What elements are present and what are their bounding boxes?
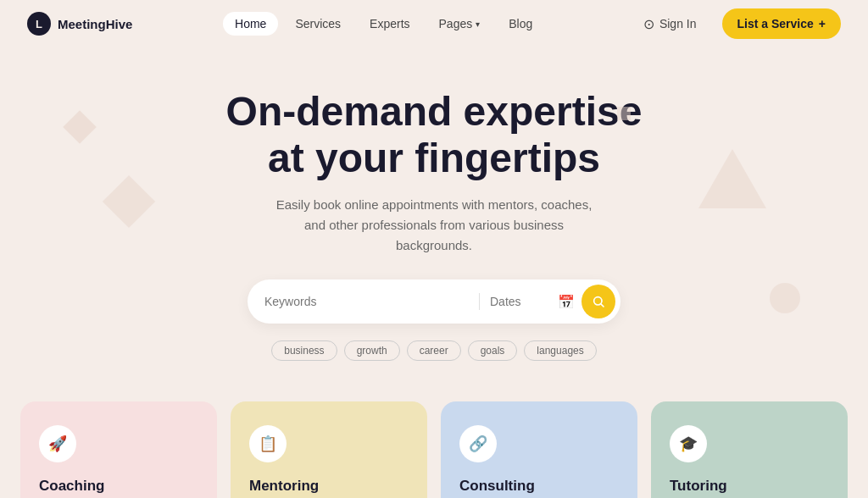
chevron-down-icon: ▾ xyxy=(476,19,480,29)
signin-link[interactable]: ⊙ Sign In xyxy=(635,11,705,37)
svg-line-1 xyxy=(601,304,604,307)
cards-row: 🚀 Coaching Aliquam tristique et suscipit… xyxy=(0,381,868,498)
hero-title-line2: at your fingertips xyxy=(268,136,600,180)
hero-title: On-demand expertise at your fingertips xyxy=(17,88,851,181)
card-consulting[interactable]: 🔗 Consulting Quisque tempor urna libero … xyxy=(441,401,637,498)
tag-languages[interactable]: languages xyxy=(524,340,596,361)
nav-item-experts[interactable]: Experts xyxy=(358,12,421,36)
hero-title-line1: On-demand expertise xyxy=(226,89,643,134)
card-coaching[interactable]: 🚀 Coaching Aliquam tristique et suscipit… xyxy=(20,401,217,498)
dates-input[interactable] xyxy=(490,295,558,308)
card-icon-coaching: 🚀 xyxy=(39,425,76,462)
card-title-mentoring: Mentoring xyxy=(249,478,409,495)
logo-icon: L xyxy=(27,12,51,36)
search-icon xyxy=(592,295,605,308)
logo[interactable]: L MeetingHive xyxy=(27,12,132,36)
card-mentoring[interactable]: 📋 Mentoring Fusce feugiat sodales tortor… xyxy=(231,401,427,498)
tag-growth[interactable]: growth xyxy=(344,340,400,361)
card-title-tutoring: Tutoring xyxy=(670,478,829,495)
card-icon-tutoring: 🎓 xyxy=(670,425,707,462)
deco-diamond-2 xyxy=(103,175,155,228)
nav-item-home[interactable]: Home xyxy=(223,12,278,36)
calendar-icon: 📅 xyxy=(558,294,575,310)
card-icon-mentoring: 📋 xyxy=(249,425,287,462)
signin-label: Sign In xyxy=(659,17,697,30)
search-bar: 📅 xyxy=(248,279,620,324)
nav-item-pages[interactable]: Pages▾ xyxy=(427,12,492,36)
nav-item-blog[interactable]: Blog xyxy=(497,12,544,36)
nav-right: ⊙ Sign In List a Service + xyxy=(635,8,841,39)
keywords-input[interactable] xyxy=(264,295,469,308)
deco-circle xyxy=(770,283,800,313)
list-service-button[interactable]: List a Service + xyxy=(722,8,841,39)
tag-goals[interactable]: goals xyxy=(468,340,518,361)
tag-career[interactable]: career xyxy=(407,340,461,361)
hero-subtitle: Easily book online appointments with men… xyxy=(273,195,595,256)
tags-container: businessgrowthcareergoalslanguages xyxy=(17,340,851,361)
list-service-label: List a Service xyxy=(737,17,814,30)
search-divider xyxy=(479,293,480,310)
hero-section: On-demand expertise at your fingertips E… xyxy=(0,47,868,381)
tag-business[interactable]: business xyxy=(271,340,337,361)
nav-center: HomeServicesExpertsPages▾Blog xyxy=(223,12,544,36)
user-icon: ⊙ xyxy=(643,16,654,32)
card-title-consulting: Consulting xyxy=(459,478,619,495)
card-tutoring[interactable]: 🎓 Tutoring Morbi tempor eros et mauris p… xyxy=(651,401,848,498)
navbar: L MeetingHive HomeServicesExpertsPages▾B… xyxy=(0,0,868,47)
card-title-coaching: Coaching xyxy=(39,478,198,495)
logo-text: MeetingHive xyxy=(58,17,132,31)
card-icon-consulting: 🔗 xyxy=(459,425,497,462)
nav-item-services[interactable]: Services xyxy=(283,12,353,36)
search-button[interactable] xyxy=(581,285,615,318)
plus-icon: + xyxy=(819,17,826,30)
